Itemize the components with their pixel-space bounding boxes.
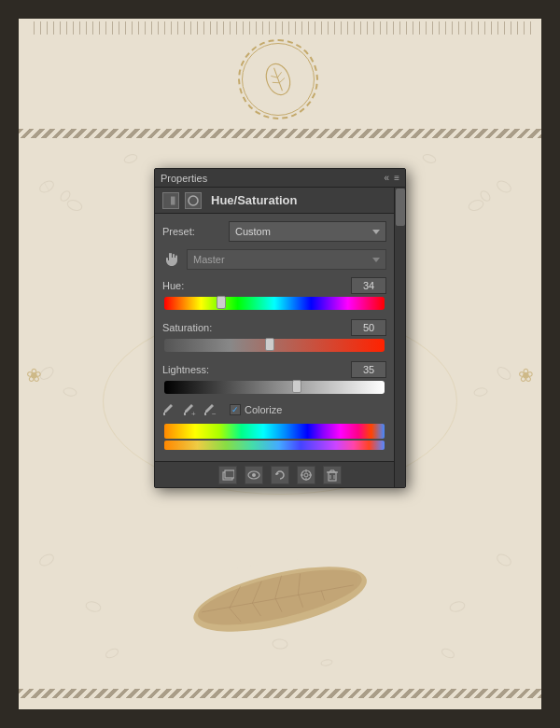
- saturation-header: Saturation: 50: [162, 319, 386, 336]
- reset-icon: [273, 469, 287, 482]
- delete-icon: [326, 469, 339, 482]
- saturation-slider-row: Saturation: 50: [162, 319, 386, 352]
- visibility-icon: [247, 469, 260, 482]
- svg-point-10: [496, 179, 513, 195]
- svg-point-24: [441, 647, 455, 659]
- properties-icon: [188, 195, 199, 206]
- new-layer-icon: [221, 469, 234, 482]
- svg-rect-48: [225, 470, 234, 478]
- eyedropper-2-icon[interactable]: +: [183, 403, 196, 416]
- channel-value: Master: [193, 254, 225, 265]
- colorize-row: + − ✓ Colorize: [162, 403, 386, 416]
- right-flower: ❀: [518, 364, 534, 386]
- delete-button[interactable]: [323, 466, 342, 484]
- spectrum-bar-2: [164, 441, 385, 450]
- colorize-checkbox-label[interactable]: ✓ Colorize: [230, 404, 282, 415]
- svg-point-18: [496, 553, 513, 568]
- svg-text:−: −: [212, 410, 217, 416]
- svg-point-15: [496, 365, 513, 382]
- preset-dropdown-arrow: [372, 230, 380, 234]
- svg-rect-42: [163, 413, 165, 415]
- checkmark-icon: ✓: [231, 405, 239, 414]
- lightness-value[interactable]: 35: [351, 361, 386, 378]
- preset-select[interactable]: Custom: [229, 221, 386, 242]
- channel-select[interactable]: Master: [187, 249, 386, 270]
- svg-rect-40: [166, 196, 171, 205]
- svg-point-26: [321, 659, 333, 666]
- colorize-label: Colorize: [245, 404, 282, 415]
- svg-point-17: [38, 553, 56, 568]
- preset-value: Custom: [235, 226, 271, 237]
- eyedropper-3-icon[interactable]: −: [203, 403, 217, 416]
- panel-menu-icon[interactable]: ≡: [394, 173, 399, 183]
- lightness-track[interactable]: [164, 381, 385, 394]
- left-flower: ❀: [26, 364, 42, 386]
- svg-point-11: [468, 199, 484, 213]
- hue-saturation-title: Hue/Saturation: [207, 193, 297, 207]
- svg-text:+: +: [191, 410, 196, 416]
- svg-point-22: [422, 153, 437, 164]
- svg-point-16: [473, 387, 487, 397]
- hand-tool-icon[interactable]: [162, 250, 181, 269]
- saturation-track[interactable]: [164, 339, 385, 352]
- lightness-label: Lightness:: [162, 364, 223, 375]
- svg-point-25: [273, 638, 288, 649]
- new-layer-button[interactable]: [218, 466, 237, 484]
- svg-rect-43: [184, 413, 186, 415]
- panel-title-icons: « ≡: [385, 173, 399, 183]
- adjustment-layer-icon: [165, 195, 176, 206]
- hue-label: Hue:: [162, 280, 223, 291]
- panel-tabs: Hue/Saturation: [155, 188, 405, 214]
- hue-track[interactable]: [164, 297, 385, 310]
- saturation-thumb[interactable]: [265, 338, 274, 351]
- svg-point-14: [63, 387, 77, 397]
- eyedropper-1-icon[interactable]: [162, 403, 175, 416]
- svg-point-41: [189, 196, 198, 205]
- saturation-label: Saturation:: [162, 322, 223, 333]
- panel-titlebar: Properties « ≡: [155, 169, 405, 188]
- hb-band-bottom: [19, 689, 541, 698]
- lightness-thumb[interactable]: [292, 380, 301, 393]
- tab-adjustment-layer[interactable]: [162, 192, 179, 209]
- svg-point-23: [105, 647, 119, 659]
- svg-point-20: [449, 600, 466, 613]
- hue-value[interactable]: 34: [351, 277, 386, 294]
- preset-row: Preset: Custom: [162, 221, 386, 242]
- svg-rect-45: [204, 413, 206, 415]
- canvas-background: .hb-row { display:flex; gap:3px; flex:1;…: [0, 0, 560, 728]
- lightness-slider-row: Lightness: 35: [162, 361, 386, 394]
- panel-title: Properties: [161, 173, 207, 184]
- target-icon: [300, 469, 313, 482]
- colorize-checkbox[interactable]: ✓: [230, 404, 241, 415]
- channel-dropdown-arrow: [372, 258, 380, 262]
- svg-point-53: [304, 473, 308, 477]
- lightness-header: Lightness: 35: [162, 361, 386, 378]
- properties-panel: Properties « ≡ Hue/Saturation: [154, 168, 406, 488]
- target-button[interactable]: [297, 466, 315, 484]
- svg-point-50: [252, 473, 256, 477]
- tab-properties[interactable]: [185, 192, 202, 209]
- svg-point-8: [66, 199, 83, 213]
- hue-thumb[interactable]: [217, 296, 226, 309]
- visibility-button[interactable]: [245, 466, 263, 484]
- hue-header: Hue: 34: [162, 277, 386, 294]
- panel-content: Preset: Custom Master: [155, 214, 405, 461]
- saturation-value[interactable]: 50: [351, 319, 386, 336]
- reset-button[interactable]: [271, 466, 289, 484]
- preset-label: Preset:: [162, 226, 223, 237]
- svg-point-19: [85, 600, 102, 613]
- svg-line-7: [45, 183, 49, 191]
- svg-point-21: [123, 153, 138, 164]
- svg-rect-58: [329, 472, 336, 481]
- hue-slider-row: Hue: 34: [162, 277, 386, 310]
- spectrum-bar: [164, 424, 385, 439]
- channel-row: Master: [162, 249, 386, 270]
- panel-toolbar: [155, 461, 405, 487]
- double-arrow-icon[interactable]: «: [385, 173, 390, 183]
